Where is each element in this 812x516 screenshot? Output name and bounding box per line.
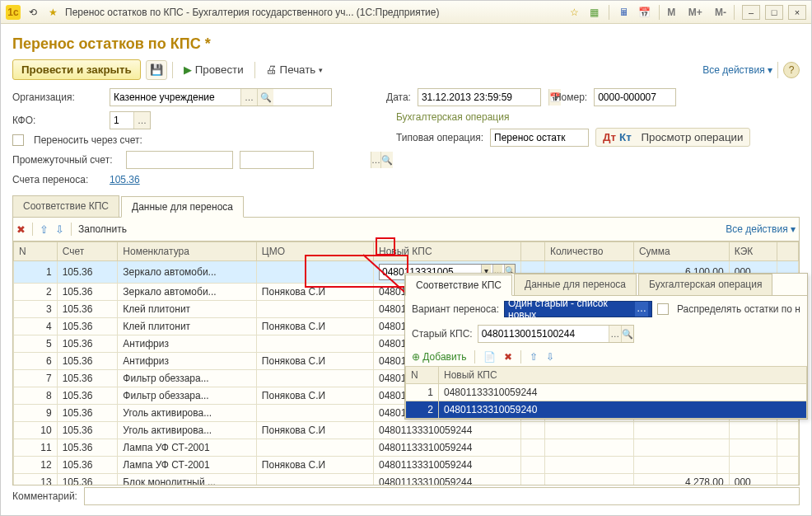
post-close-button[interactable]: Провести и закрыть <box>12 59 141 80</box>
col-header[interactable]: Номенклатура <box>118 242 256 261</box>
comment-input[interactable] <box>84 487 800 505</box>
col-header[interactable]: Сумма <box>633 242 729 261</box>
copy-icon[interactable]: 📄 <box>483 351 496 363</box>
popup-grid[interactable]: N Новый КПС 1048011333100592442048011333… <box>405 366 807 419</box>
main-tabs: Соответствие КПС Данные для переноса <box>12 195 800 218</box>
old-kps-input[interactable]: …🔍 <box>478 325 634 343</box>
fav-icon[interactable]: ☆ <box>567 5 581 20</box>
view-op-button[interactable]: ДтКт Просмотр операции <box>595 128 750 147</box>
print-button[interactable]: 🖨Печать ▾ <box>260 60 329 79</box>
accounts-label: Счета переноса: <box>12 174 103 185</box>
interim-input[interactable]: …🔍 <box>126 151 233 169</box>
window-title: Перенос остатков по КПС - Бухгалтерия го… <box>65 7 562 18</box>
typeop-label: Типовая операция: <box>396 132 483 143</box>
table-row[interactable]: 13105.36Блок монолитный ...0480113331005… <box>14 474 799 486</box>
search-icon[interactable]: 🔍 <box>257 89 273 106</box>
section-title: Бухгалтерская операция <box>396 111 800 123</box>
footer: Комментарий: <box>12 487 800 505</box>
dist-checkbox[interactable] <box>657 303 669 315</box>
col-header[interactable]: Счет <box>57 242 118 261</box>
titlebar: 1c ⟲ ★ Перенос остатков по КПС - Бухгалт… <box>1 1 811 24</box>
date-label: Дата: <box>386 91 411 103</box>
col-header[interactable]: ЦМО <box>256 242 373 261</box>
grid-all-actions[interactable]: Все действия ▾ <box>726 223 796 235</box>
up-icon[interactable]: ⇧ <box>40 223 49 236</box>
org-input[interactable]: … 🔍 <box>110 88 332 106</box>
delete-icon[interactable]: ✖ <box>16 223 26 236</box>
ellipsis-icon[interactable]: … <box>635 302 648 317</box>
interim2-input[interactable]: …🔍 <box>240 151 314 169</box>
table-row[interactable]: 10105.36Уголь активирова...Понякова С.И0… <box>14 422 799 439</box>
transfer-checkbox[interactable] <box>12 134 24 146</box>
kfo-label: КФО: <box>12 115 103 126</box>
var-label: Вариант переноса: <box>412 303 499 315</box>
popup-panel: Соответствие КПС Данные для переноса Бух… <box>404 273 808 420</box>
col-header[interactable]: Количество <box>544 242 633 261</box>
col-header[interactable] <box>521 242 545 261</box>
all-actions[interactable]: Все действия ▾ <box>702 64 772 76</box>
calc-icon[interactable]: 🖩 <box>617 5 632 20</box>
page-title: Перенос остатков по КПС * <box>12 35 800 53</box>
main-toolbar: Провести и закрыть 💾 ▶Провести 🖨Печать ▾… <box>12 59 800 80</box>
tab-kps[interactable]: Соответствие КПС <box>12 195 119 217</box>
table-row[interactable]: 11105.36Лампа УФ СТ-20010480113331005924… <box>14 439 799 457</box>
m-minus-btn[interactable]: M- <box>715 7 726 18</box>
col-header[interactable] <box>777 242 798 261</box>
accounts-link[interactable]: 105.36 <box>110 174 140 185</box>
post-button[interactable]: ▶Провести <box>178 60 250 79</box>
var-combo[interactable]: Один старый - список новых … <box>504 301 652 317</box>
down-icon[interactable]: ⇩ <box>55 223 64 236</box>
calendar-icon[interactable]: 📅 <box>637 5 651 20</box>
col-header[interactable]: Новый КПС <box>373 242 520 261</box>
app-icon-1c: 1c <box>6 5 21 20</box>
add-button[interactable]: ⊕ Добавить <box>412 351 466 363</box>
org-label: Организация: <box>12 91 103 103</box>
minimize-btn[interactable]: – <box>742 5 760 20</box>
fill-button[interactable]: Заполнить <box>78 223 127 235</box>
down-icon[interactable]: ⇩ <box>546 351 554 363</box>
ptab-data[interactable]: Данные для переноса <box>514 274 637 295</box>
close-btn[interactable]: × <box>788 5 806 20</box>
grid-icon[interactable]: ▦ <box>586 5 601 20</box>
ellipsis-icon[interactable]: … <box>133 112 150 129</box>
maximize-btn[interactable]: □ <box>765 5 783 20</box>
up-icon[interactable]: ⇧ <box>530 351 538 363</box>
table-row[interactable]: 204801133310059240 <box>406 401 807 419</box>
comment-label: Комментарий: <box>12 490 77 502</box>
m-btn[interactable]: M <box>667 7 675 18</box>
ellipsis-icon[interactable]: … <box>240 89 257 106</box>
app-window: 1c ⟲ ★ Перенос остатков по КПС - Бухгалт… <box>0 0 812 516</box>
save-button[interactable]: 💾 <box>146 60 167 80</box>
grid-toolbar: ✖ ⇧ ⇩ Заполнить Все действия ▾ <box>12 218 800 242</box>
popup-tabs: Соответствие КПС Данные для переноса Бух… <box>405 274 807 296</box>
star-icon[interactable]: ★ <box>45 5 60 20</box>
date-input[interactable]: 📅 <box>418 88 541 106</box>
m-plus-btn[interactable]: M+ <box>688 7 702 18</box>
col-header[interactable]: N <box>14 242 58 261</box>
delete-icon[interactable]: ✖ <box>504 351 512 363</box>
help-button[interactable]: ? <box>783 62 800 78</box>
dist-label: Распределять остатки по н <box>677 303 800 315</box>
num-input[interactable] <box>594 88 676 106</box>
transfer-label: Переносить через счет: <box>34 134 142 146</box>
table-row[interactable]: 12105.36Лампа УФ СТ-2001Понякова С.И0480… <box>14 457 799 474</box>
kfo-input[interactable]: … <box>110 111 151 129</box>
interim-label: Промежуточный счет: <box>12 154 119 166</box>
col-header[interactable]: КЭК <box>729 242 777 261</box>
table-row[interactable]: 104801133310059244 <box>406 384 807 401</box>
ptab-oper[interactable]: Бухгалтерская операция <box>638 274 772 295</box>
nav-back-icon[interactable]: ⟲ <box>26 5 40 20</box>
num-label: Номер: <box>554 91 587 103</box>
typeop-input[interactable]: …🔍 <box>490 129 589 147</box>
old-label: Старый КПС: <box>412 328 473 340</box>
tab-data[interactable]: Данные для переноса <box>121 196 244 218</box>
ptab-kps[interactable]: Соответствие КПС <box>405 274 512 296</box>
